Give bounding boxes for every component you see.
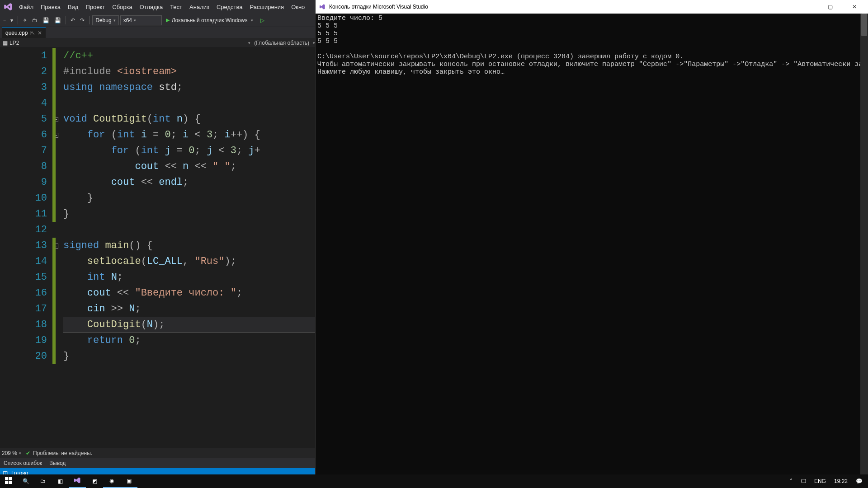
code-editor[interactable]: 1234567891011121314151617181920 −−− //c+… [0,48,315,448]
start-debug-button[interactable]: ▶ Локальный отладчик Windows ▾ [163,15,258,25]
taskbar-app-pycharm[interactable]: ◩ [86,474,103,488]
separator [89,16,90,24]
redo-button[interactable]: ↷ [78,15,86,25]
code-line[interactable]: #include <iostream> [63,64,315,80]
undo-button[interactable]: ↶ [69,15,77,25]
windows-taskbar: 🔍 🗂 ◧ ◩ ◉ ▣ ˄ 🖵 ENG 19:22 💬 [0,474,868,488]
scrollbar-thumb[interactable] [861,14,867,36]
code-line[interactable]: CoutDigit(N); [63,317,315,333]
check-icon: ✔ [26,450,30,456]
new-item-button[interactable]: ✧ [21,15,29,25]
navbar-project[interactable]: ▦ LP2 [0,40,22,46]
back-button[interactable]: ◦ [2,15,7,25]
taskbar-app-photoshop[interactable]: ◧ [52,474,69,488]
code-line[interactable]: cin >> N; [63,301,315,317]
close-button[interactable]: ✕ [844,0,864,14]
taskbar-app-visualstudio[interactable] [69,474,86,488]
code-line[interactable]: cout << n << " "; [63,159,315,174]
console-title: Консоль отладки Microsoft Visual Studio [329,4,793,10]
code-line[interactable]: } [63,348,315,364]
platform-combo[interactable]: x64 ▾ [120,15,162,25]
code-line[interactable]: } [63,190,315,206]
separator [18,16,18,24]
editor-tab-queu[interactable]: queu.cpp ⇱ ✕ [2,27,46,38]
menu-окно[interactable]: Окно [288,2,308,12]
menu-тест[interactable]: Тест [166,2,186,12]
tray-notifications-icon[interactable]: 💬 [854,478,864,484]
config-combo[interactable]: Debug ▾ [92,15,118,25]
tab-output[interactable]: Вывод [46,459,69,467]
tab-error-list[interactable]: Список ошибок [0,459,46,467]
navbar-scope[interactable]: (Глобальная область) [250,40,313,46]
menu-правка[interactable]: Правка [37,2,64,12]
menu-сборка[interactable]: Сборка [108,2,136,12]
svg-rect-2 [5,481,8,484]
app-icon [74,477,81,485]
code-line[interactable]: int N; [63,269,315,285]
taskbar-app-chrome[interactable]: ◉ [103,474,120,488]
menu-отладка[interactable]: Отладка [136,2,166,12]
menu-расширения[interactable]: Расширения [246,2,288,12]
fold-toggle[interactable]: − [53,133,58,138]
forward-button[interactable]: ▾ [9,15,15,25]
save-all-button[interactable]: 💾 [52,15,63,25]
editor-navbar: ▦ LP2 ▾ (Глобальная область) ▾ [0,38,315,48]
code-line[interactable]: void CoutDigit(int n) { [63,111,315,127]
code-line[interactable]: using namespace std; [63,80,315,95]
code-line[interactable]: cout << endl; [63,174,315,190]
minimize-button[interactable]: — [796,0,816,14]
editor-tab-label: queu.cpp [5,30,28,36]
navbar-scope-label: (Глобальная область) [254,40,309,46]
editor-tabstrip: queu.cpp ⇱ ✕ [0,27,315,38]
console-scrollbar[interactable] [860,14,868,478]
svg-rect-0 [5,477,8,480]
navbar-project-label: LP2 [9,40,19,46]
code-line[interactable]: signed main() { [63,238,315,253]
code-line[interactable]: //c++ [63,48,315,64]
code-line[interactable]: for (int i = 0; i < 3; i++) { [63,127,315,143]
taskbar-app-terminal[interactable]: ▣ [120,474,137,488]
fold-toggle[interactable]: − [53,117,58,122]
close-icon[interactable]: ✕ [38,30,42,36]
app-icon: ◧ [58,478,63,484]
svg-rect-1 [9,477,12,480]
code-line[interactable] [63,95,315,111]
code-line[interactable] [63,222,315,238]
start-button[interactable] [0,474,17,488]
open-file-button[interactable]: 🗀 [30,15,39,25]
issues-indicator[interactable]: ✔ Проблемы не найдены. [26,450,92,456]
code-line[interactable]: return 0; [63,333,315,348]
editor-status-strip: 209 % ▾ ✔ Проблемы не найдены. [0,448,315,458]
pin-icon[interactable]: ⇱ [30,30,35,36]
explorer-button[interactable]: 🗂 [34,474,52,488]
menu-анализ[interactable]: Анализ [186,2,213,12]
menu-вид[interactable]: Вид [64,2,82,12]
chevron-down-icon: ▾ [250,18,255,23]
start-without-debug-button[interactable]: ▷ [259,15,266,25]
menu-средства[interactable]: Средства [213,2,246,12]
zoom-combo[interactable]: 209 % ▾ [2,450,21,456]
code-line[interactable]: for (int j = 0; j < 3; j+ [63,143,315,159]
save-button[interactable]: 💾 [41,15,51,25]
code-area[interactable]: //c++#include <iostream>using namespace … [63,48,315,448]
search-button[interactable]: 🔍 [17,474,34,488]
menu-проект[interactable]: Проект [82,2,108,12]
tray-monitor-icon[interactable]: 🖵 [799,478,808,484]
code-line[interactable]: setlocale(LC_ALL, "Rus"); [63,253,315,269]
folder-icon: 🗂 [40,478,46,484]
line-number-gutter: 1234567891011121314151617181920 [0,48,52,448]
fold-toggle[interactable]: − [53,244,58,249]
start-debug-label: Локальный отладчик Windows [172,17,248,23]
app-icon: ◉ [109,478,114,484]
code-line[interactable]: } [63,206,315,222]
maximize-button[interactable]: ▢ [820,0,840,14]
issues-label: Проблемы не найдены. [33,450,92,456]
console-titlebar[interactable]: Консоль отладки Microsoft Visual Studio … [316,0,868,14]
console-output[interactable]: Введите число: 5 5 5 5 5 5 5 5 5 5 C:\Us… [316,14,868,478]
tray-language[interactable]: ENG [812,478,828,484]
tray-chevron[interactable]: ˄ [788,478,794,484]
tray-clock[interactable]: 19:22 [832,478,849,484]
code-line[interactable]: cout << "Введите число: "; [63,285,315,301]
app-icon: ▣ [127,478,132,484]
menu-файл[interactable]: Файл [15,2,37,12]
